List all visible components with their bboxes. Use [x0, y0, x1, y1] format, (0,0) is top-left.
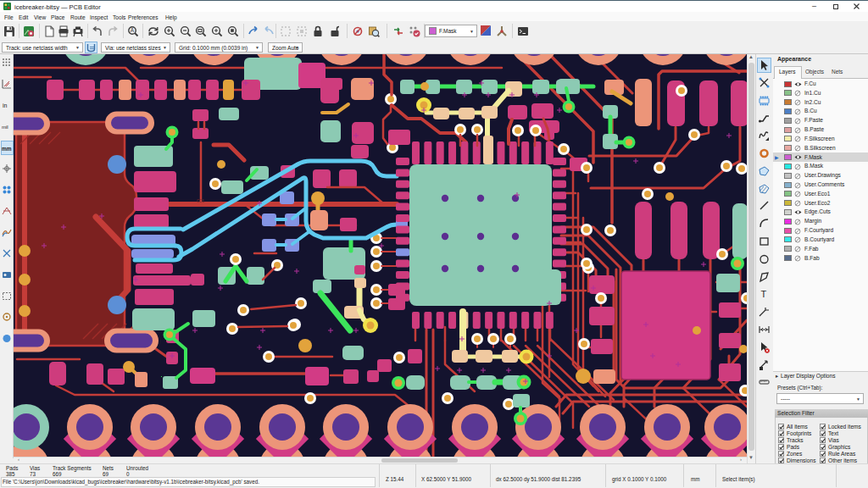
- svg-text:CC1: CC1: [197, 199, 204, 204]
- svg-text:T: T: [761, 289, 767, 299]
- svg-text:mm: mm: [2, 146, 12, 152]
- svg-text:A: A: [131, 27, 135, 33]
- svg-text:mil: mil: [2, 125, 8, 130]
- svg-text:in: in: [3, 103, 8, 108]
